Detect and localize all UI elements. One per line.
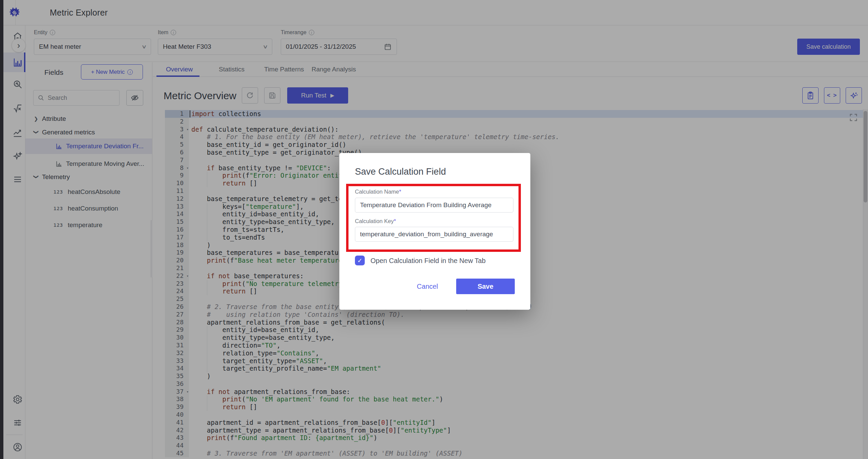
save-calculation-modal: Save Calculation Field Calculation Name*…	[339, 153, 530, 310]
open-new-tab-label: Open Calculation Field in the New Tab	[371, 257, 486, 265]
modal-title: Save Calculation Field	[355, 167, 446, 177]
check-icon: ✓	[357, 257, 362, 264]
metric-explorer-app: Metric Explorer	[0, 0, 868, 459]
calculation-name-input[interactable]	[355, 198, 513, 213]
calculation-name-label: Calculation Name*	[355, 189, 401, 195]
calculation-key-input[interactable]	[355, 227, 513, 242]
open-new-tab-checkbox[interactable]: ✓	[355, 256, 365, 265]
modal-save-button[interactable]: Save	[456, 279, 515, 294]
calculation-key-label: Calculation Key*	[355, 218, 396, 224]
cancel-button[interactable]: Cancel	[407, 279, 448, 294]
